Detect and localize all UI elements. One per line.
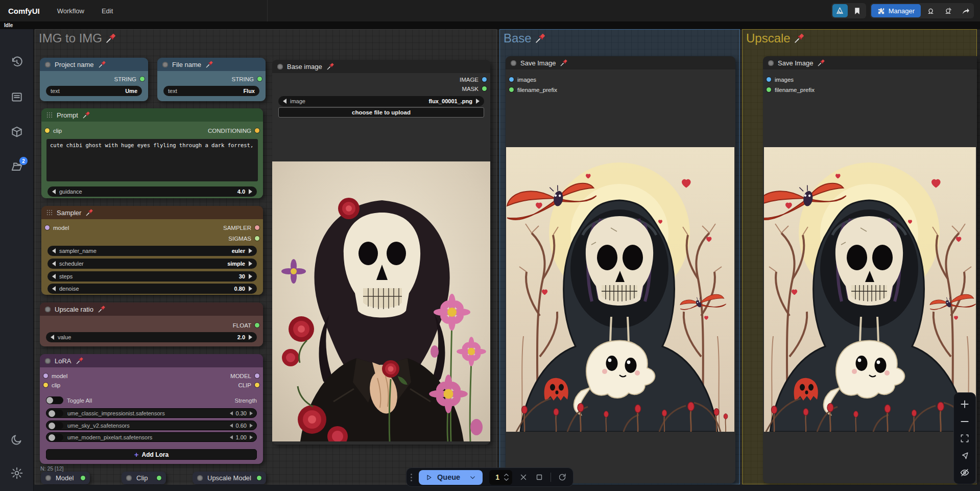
node-model-collapsed[interactable]: Model xyxy=(41,472,90,484)
decrement-arrow[interactable] xyxy=(52,248,56,253)
node-prompt[interactable]: Prompt clip CONDITIONING cute chibi ghos… xyxy=(41,108,263,198)
node-upscale-ratio[interactable]: Upscale ratio FLOAT value 2.0 xyxy=(40,302,263,346)
steps-widget[interactable]: steps 30 xyxy=(47,271,257,282)
increment-arrow[interactable] xyxy=(250,424,253,428)
settings-gear-icon[interactable] xyxy=(10,466,23,480)
collapse-dot[interactable] xyxy=(768,60,774,66)
output-port-string[interactable]: STRING xyxy=(114,75,145,83)
node-lora[interactable]: LoRA model clip MODEL CLIP Toggle A xyxy=(40,354,263,464)
decrement-arrow[interactable] xyxy=(52,274,56,279)
drag-grid-icon[interactable] xyxy=(46,112,53,118)
increment-arrow[interactable] xyxy=(249,335,252,340)
lora-toggle[interactable] xyxy=(48,434,63,441)
increment-arrow[interactable] xyxy=(249,189,252,194)
select-mode-icon[interactable] xyxy=(960,451,970,461)
collapse-dot[interactable] xyxy=(197,475,203,481)
decrement-arrow[interactable] xyxy=(51,335,54,340)
node-project-name[interactable]: Project name STRING text Ume xyxy=(40,58,148,101)
text-widget[interactable]: text Ume xyxy=(46,86,142,96)
decrement-arrow[interactable] xyxy=(52,286,56,291)
output-port-string[interactable]: STRING xyxy=(232,75,262,83)
collapse-dot[interactable] xyxy=(277,64,283,69)
upload-file-button[interactable]: choose file to upload xyxy=(278,107,484,118)
input-port-clip[interactable]: clip xyxy=(45,126,62,135)
output-port[interactable] xyxy=(157,476,161,480)
lora-row[interactable]: ume_modern_pixelart.safetensors 1.00 xyxy=(46,432,257,442)
lora-row[interactable]: ume_classic_impressionist.safetensors 0.… xyxy=(46,408,257,418)
collapse-dot[interactable] xyxy=(45,62,51,67)
output-port-clip[interactable]: CLIP xyxy=(238,381,259,389)
node-save-image-base[interactable]: Save Image images filename_prefix xyxy=(506,56,735,483)
output-port-model[interactable]: MODEL xyxy=(230,371,259,380)
toggle-all-switch[interactable] xyxy=(46,396,63,404)
denoise-widget[interactable]: denoise 0.80 xyxy=(47,284,257,294)
increment-arrow[interactable] xyxy=(249,286,252,291)
input-port-images[interactable]: images xyxy=(767,75,794,84)
collapse-dot[interactable] xyxy=(162,62,168,67)
missing-nodes-button[interactable] xyxy=(940,4,955,17)
toggle-link-visibility-icon[interactable] xyxy=(960,467,970,478)
menu-workflow[interactable]: Workflow xyxy=(57,7,84,15)
group-title[interactable]: IMG to IMG xyxy=(39,31,102,45)
guidance-widget[interactable]: guidance 4.0 xyxy=(47,186,257,197)
group-title[interactable]: Upscale xyxy=(746,31,791,45)
stop-icon[interactable] xyxy=(535,473,544,482)
scheduler-widget[interactable]: scheduler simple xyxy=(47,259,257,269)
output-port[interactable] xyxy=(257,476,261,480)
zoom-in-icon[interactable] xyxy=(960,399,970,409)
bookmark-button[interactable] xyxy=(850,4,865,17)
add-lora-button[interactable]: + Add Lora xyxy=(46,449,257,460)
decrement-arrow[interactable] xyxy=(52,189,56,194)
input-port-filename-prefix[interactable]: filename_prefix xyxy=(509,85,557,94)
prompt-textarea[interactable]: cute chibi ghost with huge eyes flyling … xyxy=(46,139,258,181)
output-port-sigmas[interactable]: SIGMAS xyxy=(228,234,259,243)
lora-toggle[interactable] xyxy=(48,422,63,429)
lora-row[interactable]: ume_sky_v2.safetensors 0.60 xyxy=(46,420,257,430)
decrement-arrow[interactable] xyxy=(230,435,233,439)
decrement-arrow[interactable] xyxy=(230,411,233,415)
node-clip-collapsed[interactable]: Clip xyxy=(122,472,166,484)
drag-handle[interactable] xyxy=(411,474,412,481)
node-file-name[interactable]: File name STRING text Flux xyxy=(157,58,266,101)
clear-queue-icon[interactable] xyxy=(519,473,528,482)
next-arrow[interactable] xyxy=(476,99,480,104)
decrement-arrow[interactable] xyxy=(230,424,233,428)
image-select-widget[interactable]: image flux_00001_.png xyxy=(278,96,484,106)
history-icon[interactable] xyxy=(10,56,23,69)
output-port-mask[interactable]: MASK xyxy=(462,84,487,93)
custom-nodes-button[interactable] xyxy=(923,4,938,17)
output-port-float[interactable]: FLOAT xyxy=(233,321,259,330)
fit-view-icon[interactable] xyxy=(960,433,970,443)
node-upscale-model-collapsed[interactable]: Upscale Model xyxy=(193,472,266,484)
step-up-icon[interactable] xyxy=(504,473,509,477)
output-port-image[interactable]: IMAGE xyxy=(460,75,487,84)
zoom-out-icon[interactable] xyxy=(960,416,970,427)
node-library-icon[interactable] xyxy=(10,125,23,138)
input-port-clip[interactable]: clip xyxy=(43,381,60,389)
input-port-images[interactable]: images xyxy=(509,75,536,84)
increment-arrow[interactable] xyxy=(250,411,253,415)
collapse-dot[interactable] xyxy=(45,307,51,312)
increment-arrow[interactable] xyxy=(250,435,253,439)
output-port-sampler[interactable]: SAMPLER xyxy=(223,223,259,232)
collapse-dot[interactable] xyxy=(511,60,516,66)
queue-button[interactable]: Queue xyxy=(419,470,483,485)
drag-grid-icon[interactable] xyxy=(46,209,53,216)
increment-arrow[interactable] xyxy=(249,261,252,266)
input-port-filename-prefix[interactable]: filename_prefix xyxy=(767,85,815,94)
group-title[interactable]: Base xyxy=(504,31,532,45)
queue-icon[interactable] xyxy=(10,90,23,104)
node-base-image[interactable]: Base image IMAGE MASK image flux_00001_.… xyxy=(272,60,490,445)
manager-button[interactable]: Manager xyxy=(871,4,921,17)
text-widget[interactable]: text Flux xyxy=(163,86,259,96)
output-port[interactable] xyxy=(81,476,85,480)
decrement-arrow[interactable] xyxy=(52,261,56,266)
batch-count-input[interactable]: 1 xyxy=(489,470,512,485)
increment-arrow[interactable] xyxy=(249,248,252,253)
lora-toggle[interactable] xyxy=(48,410,63,417)
share-button[interactable] xyxy=(958,4,973,17)
chevron-down-icon[interactable] xyxy=(469,474,476,481)
node-save-image-upscale[interactable]: Save Image images filename_prefix xyxy=(763,56,977,483)
previous-arrow[interactable] xyxy=(283,99,286,104)
collapse-dot[interactable] xyxy=(45,358,51,364)
